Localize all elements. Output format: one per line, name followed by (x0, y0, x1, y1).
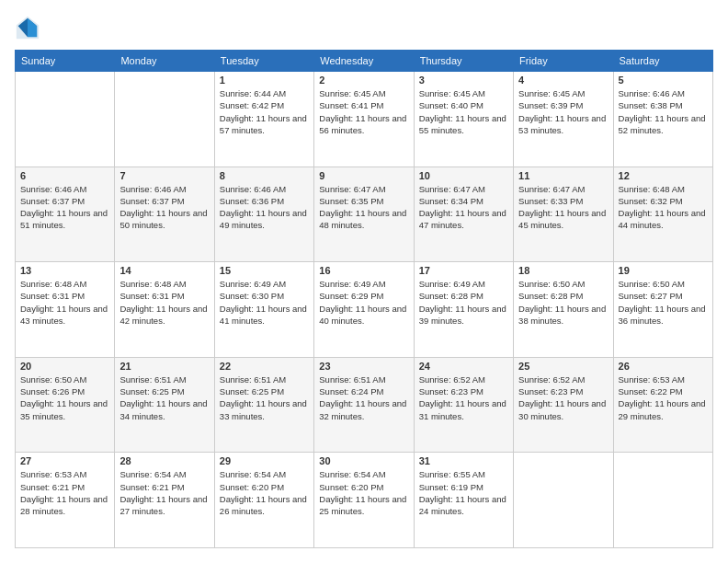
day-cell: 20Sunrise: 6:50 AMSunset: 6:26 PMDayligh… (16, 357, 115, 453)
day-cell: 1Sunrise: 6:44 AMSunset: 6:42 PMDaylight… (214, 72, 313, 167)
day-info: Sunrise: 6:47 AMSunset: 6:35 PMDaylight:… (319, 183, 408, 232)
day-cell: 8Sunrise: 6:46 AMSunset: 6:36 PMDaylight… (214, 167, 313, 262)
day-cell: 27Sunrise: 6:53 AMSunset: 6:21 PMDayligh… (16, 453, 115, 548)
day-info: Sunrise: 6:52 AMSunset: 6:23 PMDaylight:… (419, 373, 508, 422)
day-info: Sunrise: 6:45 AMSunset: 6:40 PMDaylight:… (419, 87, 508, 136)
day-number: 13 (20, 265, 109, 276)
day-number: 27 (20, 455, 109, 466)
day-info: Sunrise: 6:48 AMSunset: 6:32 PMDaylight:… (619, 183, 708, 232)
weekday-header-wednesday: Wednesday (314, 51, 414, 72)
day-number: 3 (419, 75, 508, 86)
day-cell: 5Sunrise: 6:46 AMSunset: 6:38 PMDaylight… (613, 72, 712, 167)
day-cell: 7Sunrise: 6:46 AMSunset: 6:37 PMDaylight… (115, 167, 214, 262)
day-number: 17 (419, 265, 508, 276)
day-cell: 9Sunrise: 6:47 AMSunset: 6:35 PMDaylight… (314, 167, 414, 262)
day-info: Sunrise: 6:45 AMSunset: 6:41 PMDaylight:… (319, 87, 408, 136)
day-number: 30 (319, 455, 408, 466)
calendar: SundayMondayTuesdayWednesdayThursdayFrid… (15, 50, 713, 548)
day-cell (115, 72, 214, 167)
day-cell: 31Sunrise: 6:55 AMSunset: 6:19 PMDayligh… (414, 453, 513, 548)
day-cell: 26Sunrise: 6:53 AMSunset: 6:22 PMDayligh… (613, 357, 712, 453)
day-cell (514, 453, 613, 548)
day-number: 7 (119, 170, 209, 181)
day-number: 25 (518, 361, 608, 372)
day-info: Sunrise: 6:51 AMSunset: 6:25 PMDaylight:… (119, 373, 209, 422)
day-cell: 23Sunrise: 6:51 AMSunset: 6:24 PMDayligh… (314, 357, 414, 453)
weekday-header-tuesday: Tuesday (214, 51, 313, 72)
day-info: Sunrise: 6:50 AMSunset: 6:26 PMDaylight:… (20, 373, 109, 422)
day-number: 29 (220, 455, 309, 466)
day-info: Sunrise: 6:49 AMSunset: 6:28 PMDaylight:… (419, 278, 508, 327)
day-cell: 14Sunrise: 6:48 AMSunset: 6:31 PMDayligh… (115, 262, 214, 358)
day-cell: 16Sunrise: 6:49 AMSunset: 6:29 PMDayligh… (314, 262, 414, 358)
day-info: Sunrise: 6:50 AMSunset: 6:28 PMDaylight:… (518, 278, 608, 327)
day-number: 6 (20, 170, 109, 181)
day-number: 31 (419, 455, 508, 466)
day-info: Sunrise: 6:51 AMSunset: 6:25 PMDaylight:… (220, 373, 309, 422)
weekday-header-saturday: Saturday (613, 51, 712, 72)
day-number: 21 (119, 361, 209, 372)
day-cell: 21Sunrise: 6:51 AMSunset: 6:25 PMDayligh… (115, 357, 214, 453)
weekday-header-row: SundayMondayTuesdayWednesdayThursdayFrid… (16, 51, 713, 72)
week-row-1: 1Sunrise: 6:44 AMSunset: 6:42 PMDaylight… (16, 72, 713, 167)
day-cell: 29Sunrise: 6:54 AMSunset: 6:20 PMDayligh… (214, 453, 313, 548)
day-cell: 6Sunrise: 6:46 AMSunset: 6:37 PMDaylight… (16, 167, 115, 262)
day-number: 5 (619, 75, 708, 86)
day-number: 23 (319, 361, 408, 372)
day-info: Sunrise: 6:46 AMSunset: 6:37 PMDaylight:… (119, 183, 209, 232)
day-number: 24 (419, 361, 508, 372)
logo-icon (15, 15, 40, 40)
page: SundayMondayTuesdayWednesdayThursdayFrid… (0, 0, 728, 563)
day-info: Sunrise: 6:54 AMSunset: 6:21 PMDaylight:… (119, 468, 209, 517)
day-cell: 11Sunrise: 6:47 AMSunset: 6:33 PMDayligh… (514, 167, 613, 262)
weekday-header-friday: Friday (514, 51, 613, 72)
logo (15, 15, 44, 40)
day-info: Sunrise: 6:49 AMSunset: 6:30 PMDaylight:… (220, 278, 309, 327)
day-info: Sunrise: 6:54 AMSunset: 6:20 PMDaylight:… (220, 468, 309, 517)
day-cell: 15Sunrise: 6:49 AMSunset: 6:30 PMDayligh… (214, 262, 313, 358)
week-row-4: 20Sunrise: 6:50 AMSunset: 6:26 PMDayligh… (16, 357, 713, 453)
day-info: Sunrise: 6:47 AMSunset: 6:34 PMDaylight:… (419, 183, 508, 232)
day-number: 9 (319, 170, 408, 181)
day-number: 14 (119, 265, 209, 276)
day-info: Sunrise: 6:52 AMSunset: 6:23 PMDaylight:… (518, 373, 608, 422)
day-info: Sunrise: 6:53 AMSunset: 6:22 PMDaylight:… (619, 373, 708, 422)
day-cell: 3Sunrise: 6:45 AMSunset: 6:40 PMDaylight… (414, 72, 513, 167)
day-info: Sunrise: 6:46 AMSunset: 6:38 PMDaylight:… (619, 87, 708, 136)
week-row-5: 27Sunrise: 6:53 AMSunset: 6:21 PMDayligh… (16, 453, 713, 548)
day-cell: 24Sunrise: 6:52 AMSunset: 6:23 PMDayligh… (414, 357, 513, 453)
day-cell: 25Sunrise: 6:52 AMSunset: 6:23 PMDayligh… (514, 357, 613, 453)
day-number: 20 (20, 361, 109, 372)
day-info: Sunrise: 6:53 AMSunset: 6:21 PMDaylight:… (20, 468, 109, 517)
day-number: 15 (220, 265, 309, 276)
week-row-3: 13Sunrise: 6:48 AMSunset: 6:31 PMDayligh… (16, 262, 713, 358)
day-info: Sunrise: 6:51 AMSunset: 6:24 PMDaylight:… (319, 373, 408, 422)
day-number: 1 (220, 75, 309, 86)
day-cell: 30Sunrise: 6:54 AMSunset: 6:20 PMDayligh… (314, 453, 414, 548)
day-info: Sunrise: 6:46 AMSunset: 6:36 PMDaylight:… (220, 183, 309, 232)
day-cell (613, 453, 712, 548)
day-cell: 4Sunrise: 6:45 AMSunset: 6:39 PMDaylight… (514, 72, 613, 167)
day-number: 22 (220, 361, 309, 372)
day-info: Sunrise: 6:46 AMSunset: 6:37 PMDaylight:… (20, 183, 109, 232)
day-cell: 18Sunrise: 6:50 AMSunset: 6:28 PMDayligh… (514, 262, 613, 358)
day-cell: 19Sunrise: 6:50 AMSunset: 6:27 PMDayligh… (613, 262, 712, 358)
day-info: Sunrise: 6:54 AMSunset: 6:20 PMDaylight:… (319, 468, 408, 517)
day-cell: 2Sunrise: 6:45 AMSunset: 6:41 PMDaylight… (314, 72, 414, 167)
day-number: 19 (619, 265, 708, 276)
day-info: Sunrise: 6:48 AMSunset: 6:31 PMDaylight:… (119, 278, 209, 327)
day-info: Sunrise: 6:48 AMSunset: 6:31 PMDaylight:… (20, 278, 109, 327)
day-info: Sunrise: 6:45 AMSunset: 6:39 PMDaylight:… (518, 87, 608, 136)
day-number: 2 (319, 75, 408, 86)
day-number: 26 (619, 361, 708, 372)
day-cell (16, 72, 115, 167)
day-cell: 13Sunrise: 6:48 AMSunset: 6:31 PMDayligh… (16, 262, 115, 358)
day-cell: 10Sunrise: 6:47 AMSunset: 6:34 PMDayligh… (414, 167, 513, 262)
weekday-header-sunday: Sunday (16, 51, 115, 72)
day-cell: 12Sunrise: 6:48 AMSunset: 6:32 PMDayligh… (613, 167, 712, 262)
day-info: Sunrise: 6:44 AMSunset: 6:42 PMDaylight:… (220, 87, 309, 136)
day-number: 8 (220, 170, 309, 181)
day-cell: 28Sunrise: 6:54 AMSunset: 6:21 PMDayligh… (115, 453, 214, 548)
day-info: Sunrise: 6:50 AMSunset: 6:27 PMDaylight:… (619, 278, 708, 327)
day-number: 4 (518, 75, 608, 86)
